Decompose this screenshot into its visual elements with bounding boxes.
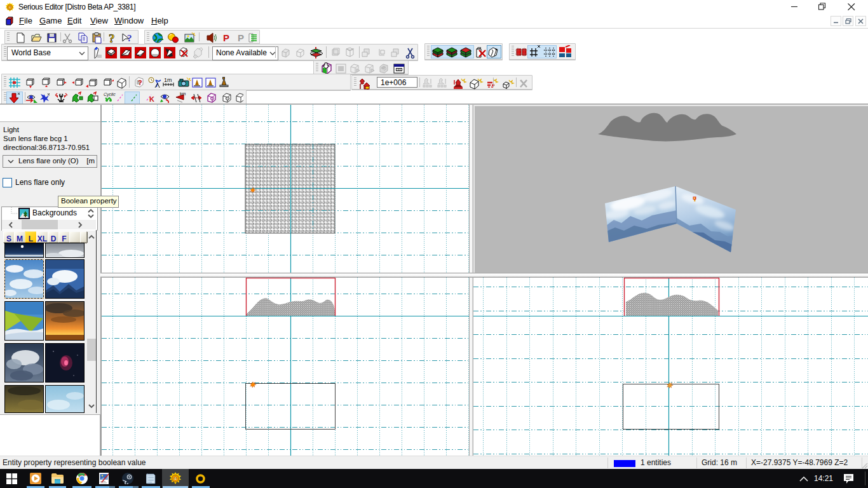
svg-text:Cyclic: Cyclic: [104, 92, 116, 97]
svg-text:P: P: [223, 32, 229, 43]
svg-text:P: P: [238, 32, 244, 43]
svg-text:?: ?: [127, 33, 132, 43]
svg-text:km: km: [180, 92, 186, 96]
svg-text:?: ?: [109, 32, 115, 44]
svg-text:K: K: [149, 95, 154, 103]
svg-text:1m: 1m: [164, 77, 172, 83]
svg-text:?: ?: [138, 79, 142, 86]
